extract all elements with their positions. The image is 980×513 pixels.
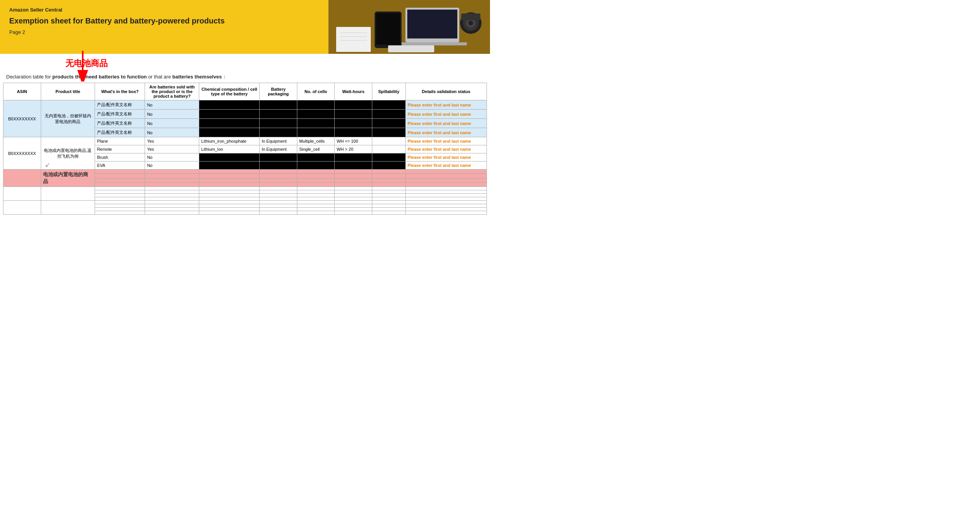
product-cell-2: 电池或内置电池的商品,遥控飞机为例 ↙ (41, 137, 95, 170)
declaration-line: Declaration table for products that need… (0, 73, 490, 83)
batteries-cell (145, 204, 199, 208)
chem-cell (199, 119, 260, 128)
inbox-cell (95, 201, 145, 204)
asin-cell-4 (3, 187, 41, 201)
wh-cell (335, 204, 372, 208)
header-wh: Watt-hours (335, 83, 372, 100)
validation-cell (405, 201, 487, 204)
validation-error-text: Please enter first and last name (408, 112, 471, 117)
wh-cell (335, 153, 372, 162)
cells-cell (297, 174, 335, 178)
batteries-cell: No (145, 100, 199, 110)
wh-cell (335, 100, 372, 110)
validation-cell (405, 194, 487, 197)
svg-rect-6 (376, 13, 400, 45)
batteries-cell (145, 190, 199, 194)
wh-cell (335, 162, 372, 170)
chem-cell (199, 204, 260, 208)
wh-cell (335, 128, 372, 137)
header-packaging: Battery packaging (260, 83, 297, 100)
chem-cell (199, 208, 260, 211)
validation-cell: Please enter first and last name (405, 110, 487, 119)
cells-cell: Multiple_cells (297, 137, 335, 145)
inbox-cell: EVA (95, 162, 145, 170)
chem-cell (199, 162, 260, 170)
cells-cell (297, 182, 335, 187)
inbox-cell (95, 178, 145, 182)
batteries-cell: Yes (145, 137, 199, 145)
cells-cell (297, 170, 335, 174)
wh-cell (335, 197, 372, 201)
packaging-cell (260, 119, 297, 128)
batteries-cell (145, 174, 199, 178)
cells-cell (297, 194, 335, 197)
wh-cell (335, 201, 372, 204)
declaration-bold2: batteries themselves (172, 74, 222, 80)
batteries-cell (145, 187, 199, 190)
gray-arrow-icon: ↙ (45, 161, 50, 168)
spill-cell (372, 211, 405, 215)
cells-cell (297, 119, 335, 128)
batteries-cell (145, 182, 199, 187)
asin-cell-3 (3, 170, 41, 187)
svg-rect-4 (398, 42, 467, 45)
batteries-cell (145, 211, 199, 215)
wh-cell (335, 110, 372, 119)
product-cell-5 (41, 201, 95, 215)
batteries-cell: Yes (145, 145, 199, 153)
validation-cell (405, 197, 487, 201)
header-image (328, 0, 490, 54)
chem-cell (199, 174, 260, 178)
spill-cell (372, 174, 405, 178)
packaging-cell (260, 190, 297, 194)
asin-cell-5 (3, 201, 41, 215)
cells-cell (297, 201, 335, 204)
chem-cell: Lithium_iron_phosphate (199, 137, 260, 145)
validation-cell: Please enter first and last name (405, 137, 487, 145)
packaging-cell: In Equipment (260, 137, 297, 145)
packaging-cell: In Equipment (260, 145, 297, 153)
header-product: Product title (41, 83, 95, 100)
spill-cell (372, 187, 405, 190)
cells-cell: Single_cell (297, 145, 335, 153)
batteries-cell (145, 208, 199, 211)
chem-cell (199, 170, 260, 174)
validation-cell (405, 208, 487, 211)
asin-cell-1: B0XXXXXXXX (3, 100, 41, 137)
inbox-cell (95, 204, 145, 208)
chem-cell: Lithium_Ion (199, 145, 260, 153)
cells-cell (297, 187, 335, 190)
packaging-cell (260, 170, 297, 174)
cells-cell (297, 190, 335, 194)
cells-cell (297, 208, 335, 211)
inbox-cell (95, 187, 145, 190)
page-header: Amazon Seller Central Exemption sheet fo… (0, 0, 490, 54)
spill-cell (372, 162, 405, 170)
spill-cell (372, 110, 405, 119)
validation-cell: Please enter first and last name (405, 153, 487, 162)
header-asin: ASIN (3, 83, 41, 100)
packaging-cell (260, 174, 297, 178)
spill-cell (372, 100, 405, 110)
asin-cell-2: B0XXXXXXXX (3, 137, 41, 170)
validation-cell: Please enter first and last name (405, 162, 487, 170)
declaration-bold1: products that need batteries to function (52, 74, 147, 80)
header-cells: No. of cells (297, 83, 335, 100)
wh-cell (335, 208, 372, 211)
batteries-cell: No (145, 110, 199, 119)
chem-cell (199, 153, 260, 162)
wh-cell (335, 187, 372, 190)
declaration-text: Declaration table for products that need… (3, 72, 227, 83)
chem-cell (199, 187, 260, 190)
chem-cell (199, 194, 260, 197)
spill-cell (372, 204, 405, 208)
wh-cell (335, 178, 372, 182)
cells-cell (297, 153, 335, 162)
table-row: B0XXXXXXXX 无内置电池，但被怀疑内置电池的商品 产品/配件英文名称 N… (3, 100, 487, 110)
chem-cell (199, 100, 260, 110)
battery-exemption-table: ASIN Product title What's in the box? Ar… (3, 83, 487, 215)
svg-rect-12 (336, 27, 371, 52)
wh-cell (335, 211, 372, 215)
spill-cell (372, 119, 405, 128)
validation-cell: Please enter first and last name (405, 119, 487, 128)
